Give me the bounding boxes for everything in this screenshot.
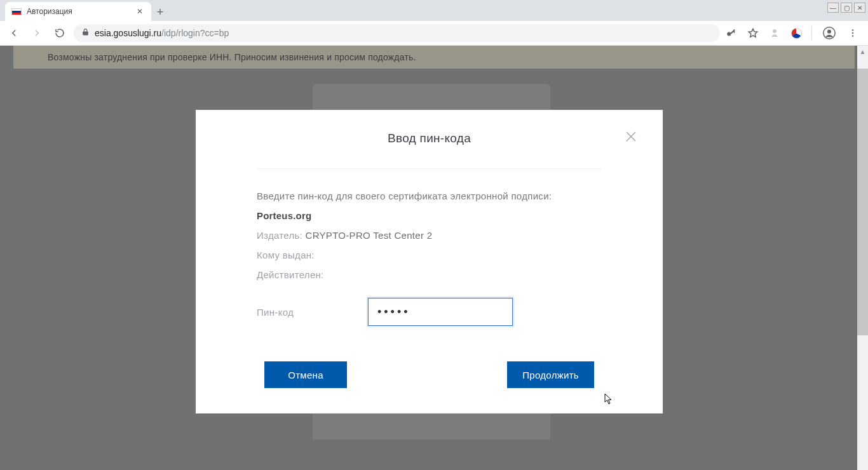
maximize-button[interactable]: ▢: [841, 3, 852, 13]
browser-toolbar: esia.gosuslugi.ru/idp/rlogin?cc=bp: [0, 21, 868, 46]
close-modal-button[interactable]: [623, 129, 639, 144]
pin-modal: Ввод пин-кода Введите пин-код для своего…: [196, 110, 663, 413]
svg-point-1: [773, 29, 776, 33]
notice-text: Возможны затруднения при проверке ИНН. П…: [48, 52, 416, 62]
divider: [257, 168, 602, 169]
issuer-label: Издатель:: [257, 230, 302, 241]
pin-row: Пин-код: [257, 298, 602, 326]
forward-button[interactable]: [28, 24, 46, 42]
russia-flag-icon[interactable]: [790, 27, 803, 39]
profile-avatar[interactable]: [821, 25, 837, 41]
issuer-row: Издатель: CRYPTO-PRO Test Center 2: [257, 230, 602, 241]
russia-flag-icon: [11, 6, 22, 17]
scrollbar[interactable]: ▲: [857, 46, 868, 470]
pin-input[interactable]: [368, 298, 513, 326]
address-bar[interactable]: esia.gosuslugi.ru/idp/rlogin?cc=bp: [74, 24, 720, 42]
tab-bar: Авторизация ✕ +: [0, 0, 868, 21]
back-button[interactable]: [5, 24, 23, 42]
star-icon[interactable]: [747, 27, 759, 39]
svg-point-0: [727, 32, 731, 36]
extension-icon[interactable]: [768, 27, 781, 39]
button-row: Отмена Продолжить: [257, 361, 602, 388]
browser-tab[interactable]: Авторизация ✕: [5, 2, 151, 21]
svg-point-6: [852, 35, 853, 36]
scroll-up-icon[interactable]: ▲: [857, 46, 868, 57]
window-controls: — ▢ ✕: [827, 3, 865, 13]
valid-label: Действителен:: [257, 269, 324, 280]
pin-label: Пин-код: [257, 307, 368, 318]
new-tab-button[interactable]: +: [151, 3, 169, 21]
svg-point-4: [852, 29, 853, 30]
svg-point-5: [852, 32, 853, 34]
issued-to-row: Кому выдан:: [257, 250, 602, 260]
toolbar-right: [725, 25, 863, 41]
issuer-value: CRYPTO-PRO Test Center 2: [306, 230, 433, 241]
key-icon[interactable]: [725, 27, 738, 39]
instruction-text: Введите пин-код для своего сертификата э…: [257, 191, 602, 201]
close-tab-icon[interactable]: ✕: [135, 7, 145, 16]
scrollbar-thumb[interactable]: [857, 69, 868, 335]
tab-title: Авторизация: [27, 7, 130, 16]
minimize-button[interactable]: —: [827, 3, 839, 13]
divider: [811, 26, 812, 40]
reload-button[interactable]: [51, 24, 69, 42]
continue-button[interactable]: Продолжить: [507, 361, 594, 388]
menu-icon[interactable]: [846, 27, 859, 39]
svg-point-3: [827, 30, 831, 34]
certificate-name: Porteus.org: [257, 210, 602, 221]
issued-to-label: Кому выдан:: [257, 250, 315, 260]
cancel-button[interactable]: Отмена: [264, 361, 347, 388]
notice-banner: Возможны затруднения при проверке ИНН. П…: [13, 46, 855, 69]
close-window-button[interactable]: ✕: [854, 3, 865, 13]
cursor-icon: [604, 393, 613, 405]
page-content: Возможны затруднения при проверке ИНН. П…: [0, 46, 868, 470]
lock-icon: [81, 28, 90, 38]
url-text: esia.gosuslugi.ru/idp/rlogin?cc=bp: [95, 28, 229, 38]
valid-row: Действителен:: [257, 269, 602, 280]
modal-title: Ввод пин-кода: [257, 131, 602, 145]
